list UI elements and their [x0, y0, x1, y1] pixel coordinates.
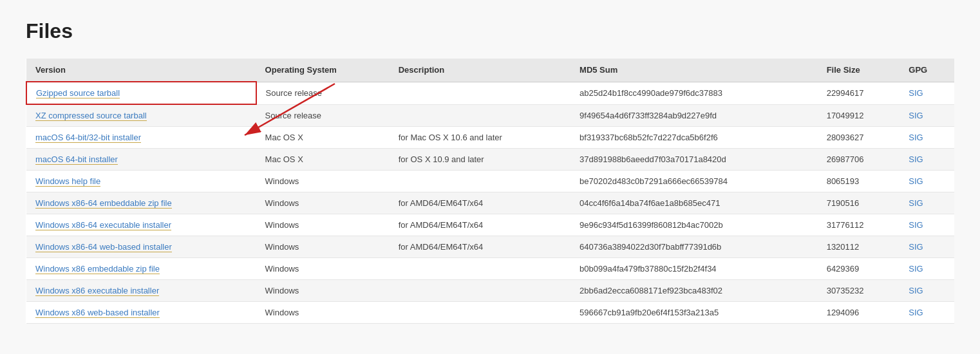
cell-md5: ab25d24b1f8cc4990ade979f6dc37883 [570, 82, 818, 104]
cell-version: XZ compressed source tarball [26, 104, 256, 127]
table-row: Gzipped source tarballSource releaseab25… [26, 82, 954, 104]
sig-link[interactable]: SIG [909, 286, 923, 295]
sig-link[interactable]: SIG [909, 133, 923, 142]
cell-version: Windows x86 web-based installer [26, 302, 256, 324]
version-link[interactable]: Windows x86 embeddable zip file [35, 264, 160, 274]
table-row: Windows x86 executable installerWindows2… [26, 280, 954, 302]
sig-link[interactable]: SIG [909, 176, 923, 186]
cell-filesize: 8065193 [818, 171, 900, 192]
cell-description: for AMD64/EM64T/x64 [390, 214, 570, 236]
cell-gpg: SIG [900, 258, 954, 280]
cell-md5: 2bb6ad2ecca6088171ef923bca483f02 [570, 280, 818, 302]
cell-description: for AMD64/EM64T/x64 [390, 236, 570, 258]
cell-description [390, 258, 570, 280]
col-description: Description [390, 59, 570, 82]
cell-version: Windows x86-64 executable installer [26, 214, 256, 236]
cell-filesize: 1294096 [818, 302, 900, 324]
cell-filesize: 17049912 [818, 104, 900, 127]
cell-os: Windows [256, 302, 390, 324]
cell-gpg: SIG [900, 149, 954, 171]
cell-os: Windows [256, 236, 390, 258]
table-row: Windows help fileWindowsbe70202d483c0b72… [26, 171, 954, 192]
cell-filesize: 28093627 [818, 127, 900, 149]
cell-description [390, 104, 570, 127]
cell-md5: 9e96c934f5d16399f860812b4ac7002b [570, 214, 818, 236]
cell-md5: be70202d483c0b7291a666ec66539784 [570, 171, 818, 192]
cell-version: Windows help file [26, 171, 256, 192]
version-link[interactable]: macOS 64-bit/32-bit installer [35, 133, 141, 143]
table-row: Windows x86-64 executable installerWindo… [26, 214, 954, 236]
cell-version: Windows x86 embeddable zip file [26, 258, 256, 280]
cell-os: Windows [256, 280, 390, 302]
cell-os: Source release [256, 104, 390, 127]
files-table: Version Operating System Description MD5… [26, 59, 954, 324]
page-title: Files [26, 19, 954, 43]
version-link[interactable]: Windows x86-64 executable installer [35, 220, 171, 230]
cell-filesize: 26987706 [818, 149, 900, 171]
version-link[interactable]: Windows help file [35, 176, 100, 187]
col-filesize: File Size [818, 59, 900, 82]
cell-gpg: SIG [900, 214, 954, 236]
cell-gpg: SIG [900, 171, 954, 192]
sig-link[interactable]: SIG [909, 88, 923, 98]
cell-os: Windows [256, 192, 390, 214]
cell-os: Windows [256, 214, 390, 236]
cell-description: for AMD64/EM64T/x64 [390, 192, 570, 214]
sig-link[interactable]: SIG [909, 154, 923, 164]
sig-link[interactable]: SIG [909, 198, 923, 208]
table-row: Windows x86-64 web-based installerWindow… [26, 236, 954, 258]
sig-link[interactable]: SIG [909, 264, 923, 274]
version-link[interactable]: Windows x86-64 embeddable zip file [35, 198, 172, 209]
version-link[interactable]: macOS 64-bit installer [35, 154, 118, 165]
cell-description [390, 302, 570, 324]
cell-gpg: SIG [900, 302, 954, 324]
cell-md5: b0b099a4fa479fb37880c15f2b2f4f34 [570, 258, 818, 280]
cell-gpg: SIG [900, 236, 954, 258]
cell-description: for OS X 10.9 and later [390, 149, 570, 171]
cell-filesize: 22994617 [818, 82, 900, 104]
table-row: macOS 64-bit/32-bit installerMac OS Xfor… [26, 127, 954, 149]
version-link[interactable]: Windows x86-64 web-based installer [35, 242, 172, 252]
sig-link[interactable]: SIG [909, 242, 923, 252]
table-row: Windows x86 embeddable zip fileWindowsb0… [26, 258, 954, 280]
cell-description [390, 82, 570, 104]
cell-description: for Mac OS X 10.6 and later [390, 127, 570, 149]
sig-link[interactable]: SIG [909, 220, 923, 230]
cell-description [390, 171, 570, 192]
cell-gpg: SIG [900, 192, 954, 214]
cell-version: Windows x86-64 embeddable zip file [26, 192, 256, 214]
cell-os: Source release [256, 82, 390, 104]
sig-link[interactable]: SIG [909, 308, 923, 317]
table-row: Windows x86-64 embeddable zip fileWindow… [26, 192, 954, 214]
col-md5: MD5 Sum [570, 59, 818, 82]
cell-os: Mac OS X [256, 127, 390, 149]
cell-version: macOS 64-bit/32-bit installer [26, 127, 256, 149]
col-version: Version [26, 59, 256, 82]
cell-gpg: SIG [900, 82, 954, 104]
cell-filesize: 31776112 [818, 214, 900, 236]
version-link[interactable]: Windows x86 web-based installer [35, 308, 160, 318]
table-header-row: Version Operating System Description MD5… [26, 59, 954, 82]
version-link[interactable]: XZ compressed source tarball [35, 111, 147, 121]
cell-gpg: SIG [900, 280, 954, 302]
cell-md5: bf319337bc68b52fc7d227dca5b6f2f6 [570, 127, 818, 149]
cell-md5: 37d891988b6aeedd7f03a70171a8420d [570, 149, 818, 171]
table-row: XZ compressed source tarballSource relea… [26, 104, 954, 127]
cell-version: Windows x86-64 web-based installer [26, 236, 256, 258]
cell-gpg: SIG [900, 104, 954, 127]
cell-md5: 9f49654a4d6f733ff3284ab9d227e9fd [570, 104, 818, 127]
version-link[interactable]: Gzipped source tarball [36, 88, 120, 98]
cell-md5: 596667cb91a9fb20e6f4f153f3a213a5 [570, 302, 818, 324]
table-row: macOS 64-bit installerMac OS Xfor OS X 1… [26, 149, 954, 171]
cell-filesize: 30735232 [818, 280, 900, 302]
cell-filesize: 1320112 [818, 236, 900, 258]
cell-gpg: SIG [900, 127, 954, 149]
table-row: Windows x86 web-based installerWindows59… [26, 302, 954, 324]
cell-filesize: 6429369 [818, 258, 900, 280]
cell-os: Mac OS X [256, 149, 390, 171]
cell-os: Windows [256, 171, 390, 192]
cell-os: Windows [256, 258, 390, 280]
col-os: Operating System [256, 59, 390, 82]
version-link[interactable]: Windows x86 executable installer [35, 286, 159, 296]
sig-link[interactable]: SIG [909, 111, 923, 120]
